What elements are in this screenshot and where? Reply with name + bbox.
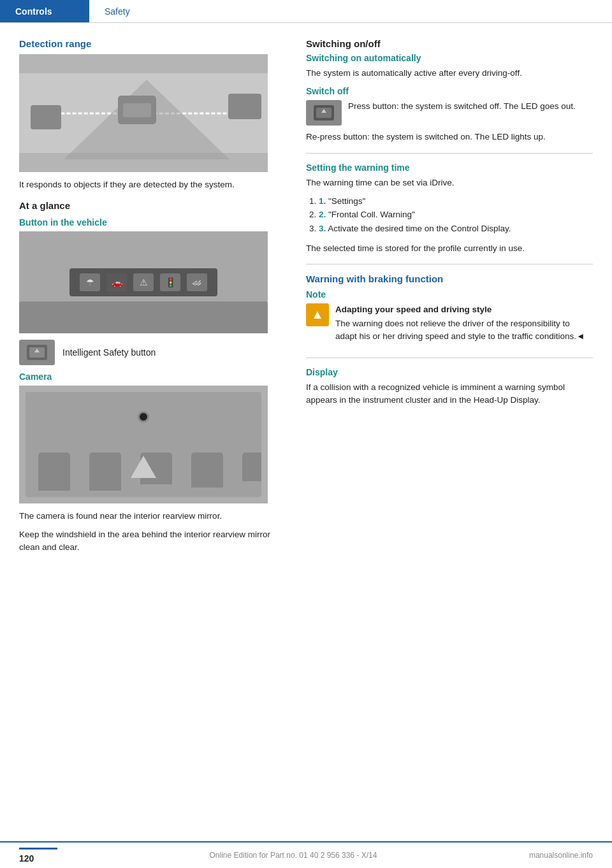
btn-icon-1[interactable]: ☂ bbox=[80, 273, 100, 291]
step-3-text: Activate the desired time on the Control… bbox=[328, 224, 511, 233]
footer-right-text: manualsonline.info bbox=[529, 851, 593, 860]
note-box: ▲ Adapting your speed and driving style … bbox=[306, 303, 593, 349]
setting-warning-body: The warning time can be set via iDrive. bbox=[306, 177, 593, 189]
divider-2 bbox=[306, 264, 593, 264]
btn-icon-4[interactable]: 🚦 bbox=[160, 273, 180, 291]
page-number: 120 bbox=[19, 853, 34, 864]
footer-center-text: Online Edition for Part no. 01 40 2 956 … bbox=[210, 851, 377, 860]
note-bold: Adapting your speed and driving style bbox=[335, 303, 593, 316]
switching-on-auto-body: The system is automatically active after… bbox=[306, 67, 593, 80]
switching-on-auto-title: Switching on automatically bbox=[306, 53, 593, 63]
safety-label: Safety bbox=[105, 6, 130, 17]
at-a-glance-title: At a glance bbox=[19, 200, 287, 211]
step-2-num: 2. bbox=[319, 210, 326, 219]
switch-off-press: Press button: the system is switched off… bbox=[348, 100, 576, 113]
detection-range-body: It responds to objects if they are detec… bbox=[19, 178, 287, 191]
intelligent-safety-icon bbox=[19, 340, 55, 365]
tab-controls[interactable]: Controls bbox=[0, 0, 89, 22]
switch-off-repress: Re-press button: the system is switched … bbox=[306, 131, 593, 143]
setting-warning-stored: The selected time is stored for the prof… bbox=[306, 242, 593, 255]
footer-page-number: 120 bbox=[19, 848, 57, 864]
setting-warning-title: Setting the warning time bbox=[306, 163, 593, 173]
divider-1 bbox=[306, 153, 593, 154]
btn-icon-3[interactable]: ⚠ bbox=[133, 273, 154, 291]
switch-off-title: Switch off bbox=[306, 86, 593, 96]
camera-body1: The camera is found near the interior re… bbox=[19, 510, 287, 523]
button-vehicle-image: ☂ 🚗 ⚠ 🚦 🏎 bbox=[19, 231, 268, 333]
page-footer: 120 Online Edition for Part no. 01 40 2 … bbox=[0, 841, 612, 868]
btn-icon-2[interactable]: 🚗 bbox=[106, 273, 127, 291]
camera-image bbox=[19, 386, 268, 503]
step-1-num: 1. bbox=[319, 196, 326, 206]
arrow-up-icon bbox=[131, 456, 156, 478]
main-content: Detection range It responds to objects i… bbox=[0, 23, 612, 574]
detection-range-image bbox=[19, 54, 268, 172]
step-1: 1. "Settings" bbox=[319, 194, 593, 208]
button-in-vehicle-title: Button in the vehicle bbox=[19, 217, 287, 228]
left-column: Detection range It responds to objects i… bbox=[19, 38, 287, 559]
page-header: Controls Safety bbox=[0, 0, 612, 23]
controls-label: Controls bbox=[15, 6, 52, 17]
warning-triangle-icon: ▲ bbox=[306, 303, 329, 326]
intelligent-safety-row: Intelligent Safety button bbox=[19, 340, 287, 365]
note-content: Adapting your speed and driving style Th… bbox=[335, 303, 593, 349]
step-2: 2. "Frontal Coll. Warning" bbox=[319, 208, 593, 222]
camera-dot bbox=[138, 411, 149, 423]
note-title: Note bbox=[306, 289, 593, 300]
switching-on-off-title: Switching on/off bbox=[306, 38, 593, 49]
step-1-text: "Settings" bbox=[328, 196, 365, 206]
step-2-text: "Frontal Coll. Warning" bbox=[328, 210, 415, 219]
step-3: 3. Activate the desired time on the Cont… bbox=[319, 222, 593, 236]
camera-body2: Keep the windshield in the area behind t… bbox=[19, 528, 287, 554]
step-3-num: 3. bbox=[319, 224, 326, 233]
intelligent-safety-label: Intelligent Safety button bbox=[62, 347, 156, 358]
switch-off-icon bbox=[306, 100, 342, 126]
right-column: Switching on/off Switching on automatica… bbox=[306, 38, 593, 559]
note-body: The warning does not relieve the driver … bbox=[335, 317, 593, 344]
display-body: If a collision with a recognized vehicle… bbox=[306, 381, 593, 407]
switch-off-row: Press button: the system is switched off… bbox=[306, 100, 593, 126]
steps-list: 1. "Settings" 2. "Frontal Coll. Warning"… bbox=[319, 194, 593, 236]
display-title: Display bbox=[306, 367, 593, 377]
warning-braking-title: Warning with braking function bbox=[306, 273, 593, 284]
camera-title: Camera bbox=[19, 372, 287, 382]
footer-line bbox=[19, 848, 57, 850]
divider-3 bbox=[306, 358, 593, 358]
tab-safety[interactable]: Safety bbox=[89, 0, 145, 22]
detection-range-title: Detection range bbox=[19, 38, 287, 49]
btn-icon-5[interactable]: 🏎 bbox=[187, 273, 207, 291]
